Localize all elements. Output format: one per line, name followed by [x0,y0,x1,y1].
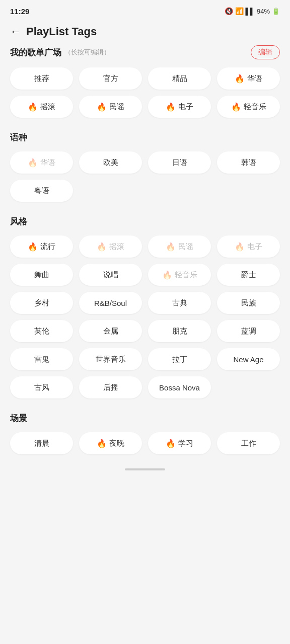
tag-pill[interactable]: 清晨 [10,432,73,454]
tag-pill[interactable]: 🔥华语 [217,67,280,90]
status-right: 🔇 📶 ▌▌ 94% 🔋 [225,7,280,15]
tag-pill[interactable]: 🔥电子 [217,235,280,258]
tag-pill[interactable]: 🔥摇滚 [79,235,142,258]
tag-pill[interactable]: 英伦 [10,320,73,342]
fire-icon: 🔥 [235,242,245,252]
tag-pill[interactable]: 日语 [148,151,211,174]
tag-label: 金属 [103,327,118,336]
fire-icon: 🔥 [97,439,107,448]
tag-label: 精品 [172,74,187,84]
scene-tags: 清晨🔥夜晚🔥学习工作 [10,432,280,454]
fire-icon: 🔥 [166,439,176,448]
tag-label: 欧美 [103,158,118,168]
language-tags: 🔥华语欧美日语韩语粤语 [10,151,280,202]
tag-label: 电子 [178,102,193,112]
tag-pill[interactable]: 🔥民谣 [148,235,211,258]
tag-label: 摇滚 [40,102,55,112]
fire-icon: 🔥 [231,102,241,112]
tag-pill[interactable]: 🔥华语 [10,151,73,174]
my-playlist-title: 我的歌单广场 [10,47,61,58]
scroll-indicator [125,468,165,470]
tag-pill[interactable]: 🔥轻音乐 [217,96,280,118]
tag-pill[interactable]: 爵士 [217,264,280,286]
tag-label: 轻音乐 [175,270,197,280]
tag-pill[interactable]: 民族 [217,292,280,314]
tag-label: 说唱 [103,270,118,280]
tag-pill[interactable]: 🔥学习 [148,432,211,454]
tag-pill[interactable]: 金属 [79,320,142,342]
tag-pill[interactable]: 乡村 [10,292,73,314]
my-playlist-section: 我的歌单广场 （长按可编辑） 编辑 推荐官方精品🔥华语🔥摇滚🔥民谣🔥电子🔥轻音乐 [10,45,280,118]
tag-pill[interactable]: 朋克 [148,320,211,342]
tag-pill[interactable]: 粤语 [10,180,73,202]
fire-icon: 🔥 [162,270,172,280]
my-playlist-tags: 推荐官方精品🔥华语🔥摇滚🔥民谣🔥电子🔥轻音乐 [10,67,280,118]
language-section: 语种 🔥华语欧美日语韩语粤语 [10,132,280,202]
tag-label: 学习 [178,439,193,448]
tag-pill[interactable]: 🔥轻音乐 [148,264,211,286]
my-playlist-header: 我的歌单广场 （长按可编辑） 编辑 [10,45,280,59]
tag-label: 清晨 [34,439,49,448]
tag-pill[interactable]: 雷鬼 [10,348,73,370]
tag-pill[interactable]: 拉丁 [148,348,211,370]
style-tags: 🔥流行🔥摇滚🔥民谣🔥电子舞曲说唱🔥轻音乐爵士乡村R&B/Soul古典民族英伦金属… [10,235,280,398]
fire-icon: 🔥 [97,242,107,252]
tag-label: 古风 [34,383,49,392]
tag-pill[interactable]: 欧美 [79,151,142,174]
tag-label: 摇滚 [109,242,124,252]
tag-pill[interactable]: 说唱 [79,264,142,286]
style-title: 风格 [10,216,280,227]
tag-pill[interactable]: 精品 [148,67,211,90]
tag-pill[interactable]: 后摇 [79,376,142,398]
tag-label: 舞曲 [34,270,49,280]
main-content: 我的歌单广场 （长按可编辑） 编辑 推荐官方精品🔥华语🔥摇滚🔥民谣🔥电子🔥轻音乐… [0,45,290,454]
tag-label: 民谣 [178,242,193,252]
tag-pill[interactable]: 🔥民谣 [79,96,142,118]
tag-pill[interactable]: 蓝调 [217,320,280,342]
tag-label: 雷鬼 [34,355,49,364]
tag-pill[interactable]: 官方 [79,67,142,90]
tag-pill[interactable]: Bossa Nova [148,376,211,398]
style-section: 风格 🔥流行🔥摇滚🔥民谣🔥电子舞曲说唱🔥轻音乐爵士乡村R&B/Soul古典民族英… [10,216,280,398]
tag-pill[interactable]: 🔥夜晚 [79,432,142,454]
tag-pill[interactable]: 韩语 [217,151,280,174]
tag-label: 官方 [103,74,118,84]
scene-section: 场景 清晨🔥夜晚🔥学习工作 [10,413,280,454]
tag-pill[interactable]: 工作 [217,432,280,454]
tag-label: R&B/Soul [94,299,127,307]
wifi-icon: 📶 [235,7,244,15]
tag-pill[interactable]: 🔥摇滚 [10,96,73,118]
back-button[interactable]: ← [10,25,21,38]
edit-button[interactable]: 编辑 [251,45,280,59]
page-header: ← PlayList Tags [0,20,290,45]
mute-icon: 🔇 [225,7,233,15]
fire-icon: 🔥 [28,242,38,252]
tag-label: 爵士 [241,270,256,280]
tag-label: 华语 [247,74,262,84]
tag-pill[interactable]: R&B/Soul [79,292,142,314]
tag-label: 日语 [172,158,187,168]
tag-pill[interactable]: 舞曲 [10,264,73,286]
fire-icon: 🔥 [235,74,245,84]
tag-label: 华语 [40,158,55,168]
tag-pill[interactable]: 推荐 [10,67,73,90]
tag-label: 推荐 [34,74,49,84]
tag-label: 夜晚 [109,439,124,448]
tag-pill[interactable]: 世界音乐 [79,348,142,370]
tag-label: 后摇 [103,383,118,392]
language-title: 语种 [10,132,280,143]
my-playlist-title-row: 我的歌单广场 （长按可编辑） [10,47,110,58]
tag-label: 轻音乐 [244,102,266,112]
my-playlist-subtitle: （长按可编辑） [64,48,110,57]
tag-pill[interactable]: 🔥电子 [148,96,211,118]
tag-label: 古典 [172,298,187,308]
tag-pill[interactable]: New Age [217,348,280,370]
tag-label: 英伦 [34,327,49,336]
tag-pill[interactable]: 古典 [148,292,211,314]
tag-label: 韩语 [241,158,256,168]
fire-icon: 🔥 [97,102,107,112]
tag-pill[interactable]: 古风 [10,376,73,398]
tag-label: Bossa Nova [159,383,200,392]
tag-label: 流行 [40,242,55,252]
tag-pill[interactable]: 🔥流行 [10,235,73,258]
